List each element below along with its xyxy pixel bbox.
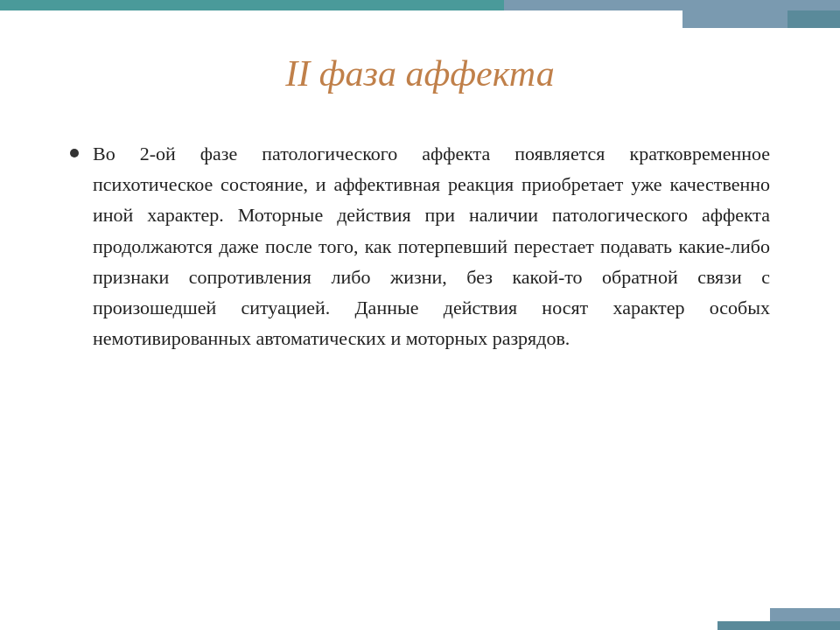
top-bar-decoration — [0, 0, 840, 10]
content-area: II фаза аффекта Во 2-ой фазе патологичес… — [0, 0, 840, 388]
deco-block-1 — [682, 10, 788, 28]
slide: II фаза аффекта Во 2-ой фазе патологичес… — [0, 0, 840, 630]
bullet-section: Во 2-ой фазе патологического аффекта поя… — [70, 138, 770, 354]
bullet-dot — [70, 149, 79, 158]
bullet-text: Во 2-ой фазе патологического аффекта поя… — [93, 138, 770, 354]
bottom-right-decoration — [718, 608, 840, 630]
br-deco-block-2 — [718, 621, 840, 630]
top-right-decoration — [682, 10, 840, 28]
deco-block-2 — [788, 10, 840, 28]
slide-title: II фаза аффекта — [70, 52, 770, 94]
br-deco-block-1 — [770, 608, 840, 621]
